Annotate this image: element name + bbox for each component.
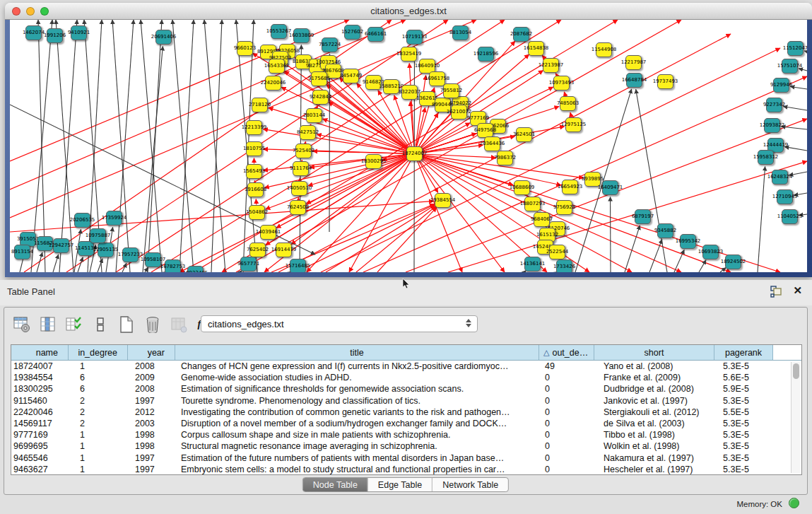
- graph-node[interactable]: 20206535: [74, 213, 90, 228]
- graph-node[interactable]: 15716485: [290, 259, 306, 272]
- graph-node[interactable]: 12093822: [764, 118, 780, 133]
- graph-node[interactable]: 12213987: [543, 58, 559, 73]
- scrollbar-thumb[interactable]: [793, 363, 799, 379]
- graph-node[interactable]: 19737493: [657, 74, 673, 89]
- graph-node[interactable]: 16033809: [293, 28, 310, 43]
- network-canvas[interactable]: 1872400796601238912954182260589827503165…: [10, 20, 807, 272]
- graph-node[interactable]: 15958312: [758, 150, 774, 165]
- graph-node[interactable]: 20691406: [155, 30, 172, 45]
- column-header-in_degree[interactable]: in_degree: [69, 345, 128, 360]
- graph-node[interactable]: 2718120: [252, 98, 268, 112]
- graph-node[interactable]: 11040523: [782, 209, 798, 224]
- graph-node[interactable]: 16995342: [680, 234, 696, 249]
- minimize-window-icon[interactable]: [26, 7, 35, 16]
- graph-node[interactable]: 14050510: [291, 181, 307, 196]
- float-panel-icon[interactable]: [770, 286, 784, 298]
- graph-node[interactable]: 7955812: [443, 83, 459, 98]
- graph-node[interactable]: 10958107: [145, 252, 161, 267]
- table-settings-icon[interactable]: [13, 315, 31, 334]
- graph-node[interactable]: 8427512: [300, 125, 316, 140]
- graph-node[interactable]: 16648784: [626, 73, 642, 88]
- network-file-select[interactable]: citations_edges.txt: [201, 315, 478, 332]
- table-row[interactable]: 977716911998Corpus callosum shape and si…: [11, 429, 801, 440]
- graph-node[interactable]: 12217987: [625, 55, 642, 70]
- graph-node[interactable]: 16961758: [429, 71, 445, 86]
- graph-node[interactable]: 1991206: [47, 28, 63, 43]
- graph-node[interactable]: 9345882: [657, 223, 673, 238]
- graph-node[interactable]: 18325419: [401, 47, 417, 62]
- graph-node[interactable]: 16543362: [269, 59, 285, 74]
- graph-node[interactable]: 19218596: [478, 47, 494, 62]
- vertical-scrollbar[interactable]: [791, 362, 800, 473]
- graph-node[interactable]: 9684067: [534, 212, 550, 227]
- graph-node[interactable]: 16654923: [562, 180, 578, 194]
- graph-node[interactable]: 9175685: [311, 71, 327, 86]
- new-file-icon[interactable]: [117, 315, 136, 334]
- table-row[interactable]: 1938455462009Genome-wide association stu…: [11, 372, 801, 383]
- memory-status-icon[interactable]: [789, 498, 799, 508]
- column-header-title[interactable]: title: [175, 345, 539, 360]
- graph-node[interactable]: 16409471: [602, 180, 618, 195]
- graph-node[interactable]: 10719133: [406, 30, 423, 45]
- graph-node[interactable]: 3624501: [516, 127, 532, 142]
- graph-node[interactable]: 7485063: [560, 96, 576, 111]
- graph-node[interactable]: 18300295: [365, 154, 382, 169]
- graph-node[interactable]: 1733426: [556, 259, 572, 272]
- window-titlebar[interactable]: citations_edges.txt: [5, 3, 812, 20]
- graph-node[interactable]: 9111764: [293, 161, 309, 176]
- close-window-icon[interactable]: [12, 7, 20, 16]
- graph-node[interactable]: 10693823: [702, 245, 719, 259]
- graph-node[interactable]: 2803144: [306, 108, 322, 123]
- graph-node[interactable]: 16154838: [528, 41, 544, 56]
- graph-node[interactable]: 6497568: [477, 123, 493, 138]
- tab-network-table[interactable]: Network Table: [433, 478, 508, 491]
- table-row[interactable]: 1456911722003Disruption of a novel membe…: [11, 418, 801, 429]
- graph-node[interactable]: 9242844: [312, 90, 329, 105]
- zoom-window-icon[interactable]: [40, 7, 49, 16]
- graph-node[interactable]: 15885210: [383, 79, 399, 94]
- graph-node[interactable]: 19384554: [435, 193, 451, 208]
- graph-node[interactable]: 17359924: [106, 211, 122, 226]
- graph-node[interactable]: 12975125: [565, 117, 582, 132]
- graph-node[interactable]: 8913154: [14, 245, 30, 259]
- column-header-name[interactable]: name: [11, 345, 69, 360]
- graph-node[interactable]: 7624508: [290, 200, 306, 215]
- table-row[interactable]: 969969511998Structural magnetic resonanc…: [11, 440, 801, 452]
- graph-node[interactable]: 17957233: [122, 247, 139, 262]
- column-header-short[interactable]: short: [594, 345, 714, 360]
- graph-node[interactable]: 8322037: [401, 85, 418, 100]
- graph-node[interactable]: 7625402: [249, 243, 266, 257]
- graph-node[interactable]: 1145134: [78, 241, 94, 256]
- graph-node[interactable]: 8813054: [452, 25, 469, 40]
- graph-node[interactable]: 14039461: [260, 225, 276, 240]
- graph-node[interactable]: 18724007: [406, 146, 423, 161]
- graph-node[interactable]: 10688609: [514, 180, 530, 195]
- import-table-disabled-icon[interactable]: [170, 315, 188, 334]
- graph-node[interactable]: 2522544: [549, 245, 565, 259]
- graph-node[interactable]: 11544908: [596, 42, 612, 57]
- column-header-year[interactable]: year: [128, 345, 175, 360]
- column-header-pagerank[interactable]: pagerank: [714, 345, 773, 360]
- graph-node[interactable]: 6466161: [367, 27, 384, 42]
- graph-node[interactable]: 22420046: [265, 76, 281, 90]
- graph-node[interactable]: 14136141: [524, 257, 541, 271]
- graph-node[interactable]: 16914479: [276, 243, 292, 257]
- close-panel-icon[interactable]: ✕: [793, 284, 802, 297]
- graph-node[interactable]: 9660123: [237, 41, 253, 56]
- graph-node[interactable]: 18924502: [725, 255, 741, 269]
- table-select-rows-icon[interactable]: [65, 315, 83, 334]
- graph-node[interactable]: 6879197: [635, 209, 651, 224]
- graph-node[interactable]: 15751074: [782, 59, 798, 74]
- graph-node[interactable]: 12942757: [53, 238, 69, 253]
- graph-node[interactable]: 7986372: [497, 151, 513, 165]
- table-columns-icon[interactable]: [39, 315, 57, 334]
- graph-node[interactable]: 10973493: [553, 76, 570, 90]
- graph-node[interactable]: 16210072: [451, 105, 467, 119]
- column-header-out_de[interactable]: △out_de…: [539, 345, 594, 360]
- trash-icon[interactable]: [143, 315, 162, 334]
- table-row[interactable]: 1830029562008Estimation of significance …: [11, 383, 801, 395]
- graph-node[interactable]: 1462074: [25, 25, 42, 40]
- graph-node[interactable]: 12213399: [246, 120, 262, 135]
- graph-node[interactable]: 12905135: [98, 243, 114, 257]
- graph-node[interactable]: 2087682: [513, 27, 529, 42]
